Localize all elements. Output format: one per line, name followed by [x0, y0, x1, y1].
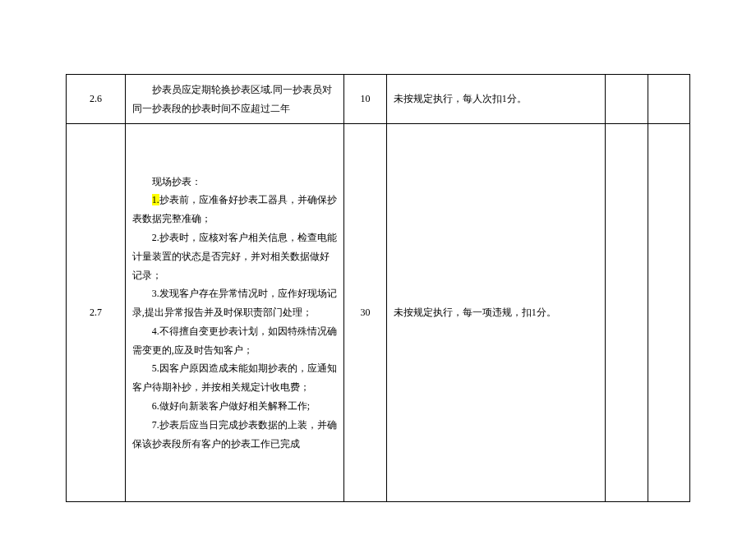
rule-cell: 未按规定执行，每一项违规，扣1分。	[386, 124, 606, 502]
description-item-3: 3.发现客户存在异常情况时，应作好现场记录,提出异常报告并及时保职责部门处理；	[132, 284, 338, 322]
description-item-6: 6.做好向新装客户做好相关解释工作;	[132, 397, 338, 416]
description-item-5: 5.因客户原因造成未能如期抄表的，应通知客户待期补抄，并按相关规定计收电费；	[132, 359, 338, 397]
description-cell: 现场抄表： 1.抄表前，应准备好抄表工器具，并确保抄表数据完整准确； 2.抄表时…	[125, 124, 344, 502]
document-table-container: 2.6 抄表员应定期轮换抄表区域.同一抄表员对同一抄表段的抄表时间不应超过二年 …	[66, 74, 690, 502]
extra-cell-1	[606, 75, 648, 124]
description-cell: 抄表员应定期轮换抄表区域.同一抄表员对同一抄表段的抄表时间不应超过二年	[125, 75, 344, 124]
rule-cell: 未按规定执行，每人次扣1分。	[386, 75, 606, 124]
extra-cell-2	[648, 124, 689, 502]
table-row: 2.6 抄表员应定期轮换抄表区域.同一抄表员对同一抄表段的抄表时间不应超过二年 …	[67, 75, 690, 124]
description-item-1: 1.抄表前，应准备好抄表工器具，并确保抄表数据完整准确；	[132, 191, 338, 228]
item-text: 抄表前，应准备好抄表工器具，并确保抄表数据完整准确；	[132, 194, 337, 224]
score-cell: 10	[344, 75, 386, 124]
highlighted-prefix: 1.	[152, 194, 159, 205]
evaluation-table: 2.6 抄表员应定期轮换抄表区域.同一抄表员对同一抄表段的抄表时间不应超过二年 …	[66, 74, 690, 502]
description-text: 抄表员应定期轮换抄表区域.同一抄表员对同一抄表段的抄表时间不应超过二年	[132, 81, 338, 118]
rule-text: 未按规定执行，每人次扣1分。	[394, 93, 527, 104]
extra-cell-1	[606, 124, 648, 502]
row-index-cell: 2.6	[67, 75, 126, 124]
score-value: 10	[361, 93, 371, 104]
rule-text: 未按规定执行，每一项违规，扣1分。	[394, 307, 556, 318]
description-item-2: 2.抄表时，应核对客户相关信息，检查电能计量装置的状态是否完好，并对相关数据做好…	[132, 228, 338, 284]
table-row: 2.7 现场抄表： 1.抄表前，应准备好抄表工器具，并确保抄表数据完整准确； 2…	[67, 124, 690, 502]
row-index: 2.7	[90, 307, 102, 318]
description-item-4: 4.不得擅自变更抄表计划，如因特殊情况确需变更的,应及时告知客户；	[132, 322, 338, 360]
row-index-cell: 2.7	[67, 124, 126, 502]
score-value: 30	[361, 307, 371, 318]
description-item-7: 7.抄表后应当日完成抄表数据的上装，并确保该抄表段所有客户的抄表工作已完成	[132, 416, 338, 454]
extra-cell-2	[648, 75, 689, 124]
description-title: 现场抄表：	[132, 173, 338, 191]
score-cell: 30	[344, 124, 386, 502]
row-index: 2.6	[90, 93, 102, 104]
